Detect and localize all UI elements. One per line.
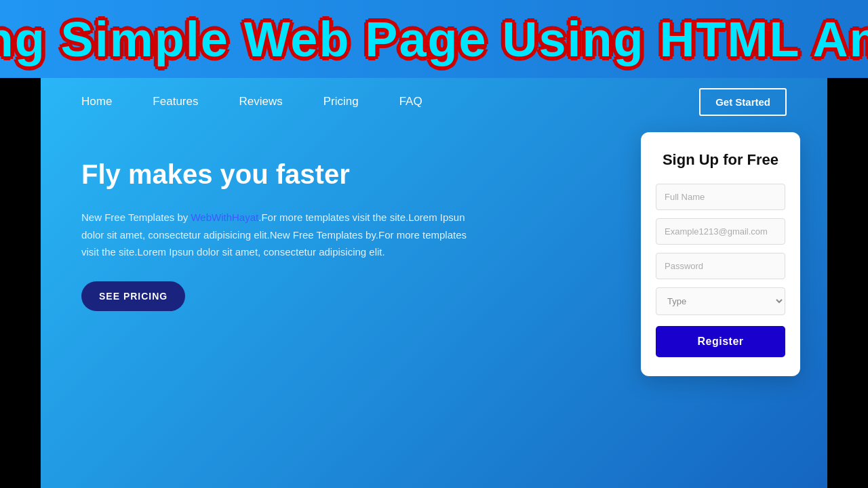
nav-link-reviews[interactable]: Reviews xyxy=(239,95,282,108)
hero-description: New Free Templates by WebWithHayat.For m… xyxy=(81,209,475,261)
nav-link-pricing[interactable]: Pricing xyxy=(323,95,359,108)
hero-title: Fly makes you faster xyxy=(81,159,475,190)
nav-link-home[interactable]: Home xyxy=(81,95,112,108)
side-bar-right xyxy=(827,78,868,488)
signup-title: Sign Up for Free xyxy=(656,151,785,169)
type-select[interactable]: Type xyxy=(656,287,785,315)
main-area: Home Features Reviews Pricing FAQ Get St… xyxy=(41,78,827,488)
nav-links: Home Features Reviews Pricing FAQ xyxy=(81,95,422,108)
see-pricing-button[interactable]: SEE PRICING xyxy=(81,281,185,311)
nav-item-reviews[interactable]: Reviews xyxy=(239,95,282,108)
get-started-button[interactable]: Get Started xyxy=(699,88,787,116)
hero-section: Fly makes you faster New Free Templates … xyxy=(41,125,827,488)
nav-item-home[interactable]: Home xyxy=(81,95,112,108)
yt-banner-title: Creating Simple Web Page Using HTML And … xyxy=(0,12,868,67)
hero-content: Fly makes you faster New Free Templates … xyxy=(81,146,475,311)
nav-item-faq[interactable]: FAQ xyxy=(399,95,422,108)
hero-desc-part1: New Free Templates by xyxy=(81,211,191,223)
nav-item-pricing[interactable]: Pricing xyxy=(323,95,359,108)
full-name-input[interactable] xyxy=(656,184,785,210)
nav-link-faq[interactable]: FAQ xyxy=(399,95,422,108)
signup-card: Sign Up for Free Type Register xyxy=(641,132,800,376)
yt-banner: Creating Simple Web Page Using HTML And … xyxy=(0,0,868,78)
navbar: Home Features Reviews Pricing FAQ Get St… xyxy=(41,78,827,125)
hero-desc-link[interactable]: WebWithHayat xyxy=(191,211,258,223)
nav-item-features[interactable]: Features xyxy=(153,95,198,108)
register-button[interactable]: Register xyxy=(656,326,785,357)
side-bar-left xyxy=(0,78,41,488)
email-input[interactable] xyxy=(656,218,785,245)
nav-link-features[interactable]: Features xyxy=(153,95,198,108)
password-input[interactable] xyxy=(656,253,785,279)
